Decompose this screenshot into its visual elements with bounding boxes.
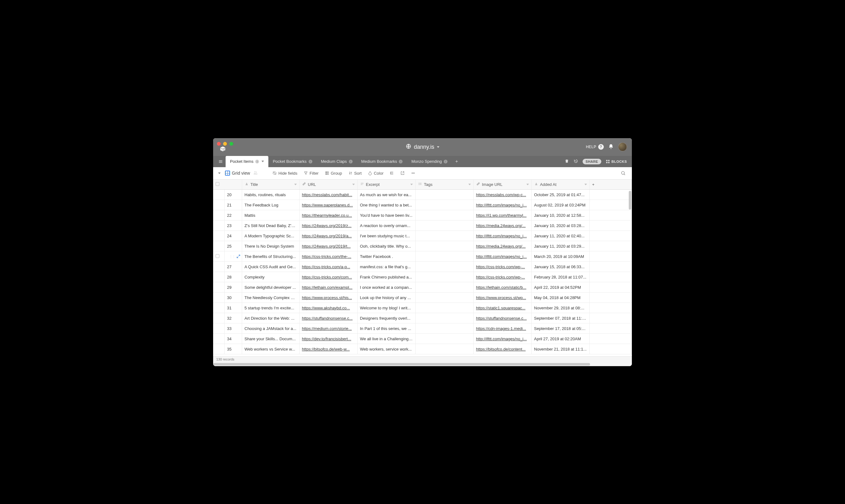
cell-added_at[interactable]: November 21, 2018 at 11:1... bbox=[531, 344, 589, 354]
row-number-cell[interactable]: 28 bbox=[224, 272, 242, 282]
view-sidebar-toggle[interactable] bbox=[217, 173, 222, 174]
cell-title[interactable]: The Needlessly Complex H... bbox=[242, 292, 299, 303]
cell-excerpt[interactable]: I've been studying music t... bbox=[357, 231, 415, 241]
notifications-button[interactable] bbox=[608, 144, 614, 150]
row-number-cell[interactable]: 32 bbox=[224, 313, 242, 323]
cell-url[interactable]: https://lethain.com/exampl... bbox=[299, 282, 357, 292]
cell-tags[interactable] bbox=[415, 334, 473, 344]
cell-image_url[interactable]: https://stuffandnonsense.c... bbox=[473, 313, 531, 323]
row-checkbox-cell[interactable] bbox=[213, 282, 224, 292]
cell-url[interactable]: https://medium.com/storie... bbox=[299, 323, 357, 334]
cell-tags[interactable] bbox=[415, 190, 473, 200]
sidebar-toggle-button[interactable] bbox=[216, 156, 226, 167]
cell-added_at[interactable]: September 17, 2018 at 05:... bbox=[531, 323, 589, 334]
hide-fields-button[interactable]: Hide fields bbox=[270, 170, 300, 177]
cell-tags[interactable] bbox=[415, 251, 473, 262]
cell-tags[interactable] bbox=[415, 292, 473, 303]
cell-added_at[interactable]: April 22, 2019 at 04:52PM bbox=[531, 282, 589, 292]
cell-added_at[interactable]: August 02, 2019 at 03:24PM bbox=[531, 200, 589, 210]
link[interactable]: https://media.24ways.org/... bbox=[476, 223, 526, 228]
cell-image_url[interactable]: https://lethain.com/static/b... bbox=[473, 282, 531, 292]
link[interactable]: https://medium.com/storie... bbox=[302, 326, 352, 331]
select-all-header[interactable] bbox=[213, 180, 242, 190]
cell-url[interactable]: https://24ways.org/2019/a... bbox=[299, 231, 357, 241]
table-row[interactable]: 24A Modern Typographic Sc...https://24wa… bbox=[213, 231, 632, 241]
cell-title[interactable]: Share your Skills... Docum... bbox=[242, 334, 299, 344]
cell-added_at[interactable]: January 15, 2018 at 06:33... bbox=[531, 262, 589, 272]
cell-added_at[interactable]: January 10, 2020 at 03:28... bbox=[531, 220, 589, 231]
cell-excerpt[interactable]: Look up the history of any ... bbox=[357, 292, 415, 303]
cell-image_url[interactable]: https://nesslabs.com/wp-c... bbox=[473, 190, 531, 200]
horizontal-scrollbar[interactable] bbox=[213, 363, 590, 365]
cell-image_url[interactable]: https://css-tricks.com/wp-... bbox=[473, 272, 531, 282]
cell-image_url[interactable]: https://www.process.st/wp... bbox=[473, 292, 531, 303]
cell-excerpt[interactable]: In Part 1 of this series, we ... bbox=[357, 323, 415, 334]
grid-scroll-region[interactable]: Title URL Excerpt Tags Image URL Added A… bbox=[213, 180, 632, 356]
column-header-image-url[interactable]: Image URL bbox=[473, 180, 531, 190]
cell-tags[interactable] bbox=[415, 200, 473, 210]
cell-image_url[interactable]: https://css-tricks.com/wp-... bbox=[473, 262, 531, 272]
column-header-excerpt[interactable]: Excerpt bbox=[357, 180, 415, 190]
cell-title[interactable]: Habits, routines, rituals bbox=[242, 190, 299, 200]
table-row[interactable]: 25There Is No Design Systemhttps://24way… bbox=[213, 241, 632, 251]
table-row[interactable]: 30The Needlessly Complex H...https://www… bbox=[213, 292, 632, 303]
column-header-title[interactable]: Title bbox=[242, 180, 299, 190]
cell-excerpt[interactable]: Ooh, clickbaity title. Why o... bbox=[357, 241, 415, 251]
cell-tags[interactable] bbox=[415, 241, 473, 251]
row-checkbox-cell[interactable] bbox=[213, 190, 224, 200]
link[interactable]: https://css-tricks.com/a-q... bbox=[302, 265, 350, 269]
link[interactable]: https://24ways.org/2019/t... bbox=[302, 244, 351, 249]
row-checkbox-cell[interactable] bbox=[213, 251, 224, 262]
row-height-button[interactable] bbox=[387, 170, 397, 177]
cell-excerpt[interactable]: As much as we wish for ea... bbox=[357, 190, 415, 200]
link[interactable]: https://css-tricks.com/wp-... bbox=[476, 265, 525, 269]
link[interactable]: https://lethain.com/exampl... bbox=[302, 285, 353, 290]
link[interactable]: https://thearmyleader.co.u... bbox=[302, 213, 352, 218]
link[interactable]: https://stuffandnonsense.c... bbox=[476, 316, 527, 321]
add-table-button[interactable] bbox=[452, 156, 461, 167]
filter-button[interactable]: Filter bbox=[301, 170, 321, 177]
cell-url[interactable]: https://24ways.org/2019/t... bbox=[299, 241, 357, 251]
row-number-cell[interactable]: 35 bbox=[224, 344, 242, 354]
blocks-button[interactable]: BLOCKS bbox=[606, 159, 627, 164]
share-button[interactable]: SHARE bbox=[583, 159, 601, 164]
cell-url[interactable]: https://dev.to/francisisbert... bbox=[299, 334, 357, 344]
table-tab[interactable]: Monzo Spendingi bbox=[407, 156, 452, 167]
share-view-button[interactable] bbox=[398, 170, 407, 177]
row-number-cell[interactable]: 23 bbox=[224, 220, 242, 231]
row-number-cell[interactable]: 25 bbox=[224, 241, 242, 251]
cell-title[interactable]: Mattis bbox=[242, 210, 299, 220]
cell-url[interactable]: https://bitsofco.de/web-w... bbox=[299, 344, 357, 354]
row-number-cell[interactable]: ⋮⋮ bbox=[224, 251, 242, 262]
cell-image_url[interactable]: https://media.24ways.org/... bbox=[473, 220, 531, 231]
link[interactable]: https://bitsofco.de/web-w... bbox=[302, 347, 350, 352]
search-button[interactable] bbox=[618, 169, 628, 177]
cell-image_url[interactable]: http://ifttt.com/images/no_i... bbox=[473, 251, 531, 262]
row-checkbox-cell[interactable] bbox=[213, 292, 224, 303]
table-tab[interactable]: Pocket Bookmarksi bbox=[268, 156, 316, 167]
cell-url[interactable]: https://nesslabs.com/habit... bbox=[299, 190, 357, 200]
cell-excerpt[interactable]: We all live in a Challenging ... bbox=[357, 334, 415, 344]
row-checkbox-cell[interactable] bbox=[213, 220, 224, 231]
link[interactable]: https://www.process.st/his... bbox=[302, 295, 352, 300]
row-number-cell[interactable]: 24 bbox=[224, 231, 242, 241]
table-row[interactable]: 27A Quick CSS Audit and Ge...https://css… bbox=[213, 262, 632, 272]
cell-image_url[interactable]: https://media.24ways.org/... bbox=[473, 241, 531, 251]
cell-url[interactable]: https://thearmyleader.co.u... bbox=[299, 210, 357, 220]
link[interactable]: https://cdn-images-1.medi... bbox=[476, 326, 526, 331]
cell-url[interactable]: https://www.akshaybd.co... bbox=[299, 303, 357, 313]
row-number-cell[interactable]: 33 bbox=[224, 323, 242, 334]
help-button[interactable]: HELP ? bbox=[586, 144, 604, 150]
cell-tags[interactable] bbox=[415, 323, 473, 334]
table-row[interactable]: ⋮⋮The Benefits of Structuring...https://… bbox=[213, 251, 632, 262]
row-checkbox-cell[interactable] bbox=[213, 210, 224, 220]
row-number-cell[interactable]: 34 bbox=[224, 334, 242, 344]
link[interactable]: https://css-tricks.com/wp-... bbox=[476, 275, 525, 280]
cell-tags[interactable] bbox=[415, 220, 473, 231]
link[interactable]: https://css-tricks.com/com... bbox=[302, 275, 352, 280]
row-checkbox-cell[interactable] bbox=[213, 262, 224, 272]
cell-added_at[interactable]: January 10, 2020 at 12:58... bbox=[531, 210, 589, 220]
row-number-cell[interactable]: 20 bbox=[224, 190, 242, 200]
view-switcher[interactable]: Grid view bbox=[223, 169, 260, 178]
cell-url[interactable]: https://css-tricks.com/com... bbox=[299, 272, 357, 282]
